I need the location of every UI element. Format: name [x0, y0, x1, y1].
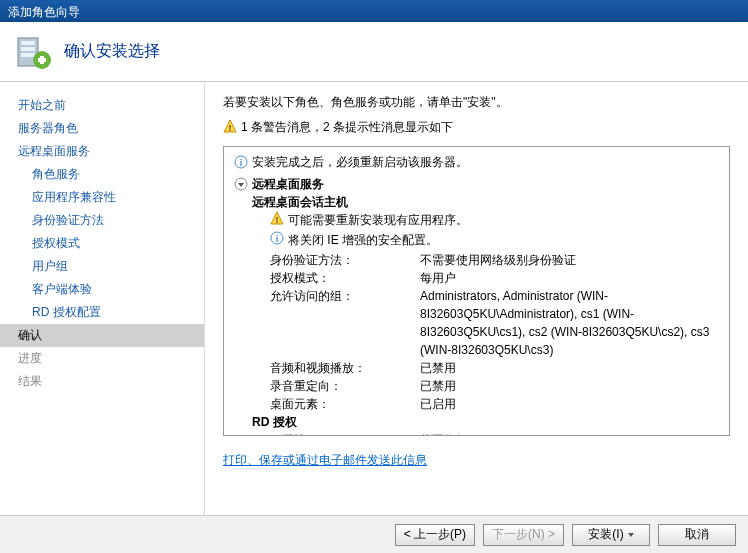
kv-auth-value: 不需要使用网络级别身份验证	[420, 251, 719, 269]
sidebar-item-8[interactable]: 客户端体验	[0, 278, 204, 301]
warning-icon: !	[223, 119, 237, 133]
kv-license-value: 每用户	[420, 269, 719, 287]
section-rds: 远程桌面服务	[252, 175, 324, 193]
main-content: 若要安装以下角色、角色服务或功能，请单击"安装"。 ! 1 条警告消息，2 条提…	[205, 82, 748, 515]
window-title: 添加角色向导	[8, 5, 80, 19]
kv-auth-label: 身份验证方法：	[270, 251, 420, 269]
instruction-text: 若要安装以下角色、角色服务或功能，请单击"安装"。	[223, 94, 730, 111]
install-button[interactable]: 安装(I)	[572, 524, 650, 546]
collapse-icon[interactable]	[234, 177, 248, 191]
kv-audio-label: 音频和视频播放：	[270, 359, 420, 377]
svg-text:i: i	[240, 158, 243, 168]
sub-warning-text: 可能需要重新安装现有应用程序。	[288, 211, 468, 229]
warning-icon: !	[270, 211, 284, 225]
kv-desktop-label: 桌面元素：	[270, 395, 420, 413]
footer: < 上一步(P) 下一步(N) > 安装(I) 取消	[0, 515, 748, 553]
sidebar-item-6[interactable]: 授权模式	[0, 232, 204, 255]
previous-button[interactable]: < 上一步(P)	[395, 524, 475, 546]
sidebar-item-1[interactable]: 服务器角色	[0, 117, 204, 140]
svg-text:i: i	[276, 234, 279, 244]
svg-rect-3	[21, 53, 35, 57]
kv-groups-label: 允许访问的组：	[270, 287, 420, 359]
sidebar: 开始之前服务器角色远程桌面服务角色服务应用程序兼容性身份验证方法授权模式用户组客…	[0, 82, 205, 515]
sidebar-item-2[interactable]: 远程桌面服务	[0, 140, 204, 163]
sub-info-text: 将关闭 IE 增强的安全配置。	[288, 231, 438, 249]
kv-avail-value: 此工作组	[420, 431, 719, 436]
svg-rect-2	[21, 47, 35, 51]
restart-info: 安装完成之后，必须重新启动该服务器。	[252, 153, 468, 171]
kv-avail-label: 可用性：	[270, 431, 420, 436]
kv-groups-value: Administrators, Administrator (WIN-8I326…	[420, 287, 719, 359]
sidebar-item-11: 进度	[0, 347, 204, 370]
warning-summary: 1 条警告消息，2 条提示性消息显示如下	[241, 119, 453, 136]
rd-license-section: RD 授权	[234, 413, 719, 431]
svg-text:!: !	[276, 215, 279, 225]
kv-desktop-value: 已启用	[420, 395, 719, 413]
print-save-email-link[interactable]: 打印、保存或通过电子邮件发送此信息	[223, 452, 427, 469]
header: 确认安装选择	[0, 22, 748, 82]
info-icon: i	[234, 155, 248, 169]
next-button: 下一步(N) >	[483, 524, 564, 546]
svg-rect-6	[40, 56, 44, 64]
sidebar-item-9[interactable]: RD 授权配置	[0, 301, 204, 324]
cancel-button[interactable]: 取消	[658, 524, 736, 546]
sidebar-item-10[interactable]: 确认	[0, 324, 204, 347]
kv-record-value: 已禁用	[420, 377, 719, 395]
sidebar-item-7[interactable]: 用户组	[0, 255, 204, 278]
sidebar-item-0[interactable]: 开始之前	[0, 94, 204, 117]
confirmation-box: i 安装完成之后，必须重新启动该服务器。 远程桌面服务 远程桌面会话主机 ! 可…	[223, 146, 730, 436]
wizard-icon	[12, 32, 52, 72]
page-title: 确认安装选择	[64, 41, 160, 62]
info-icon: i	[270, 231, 284, 245]
sidebar-item-3[interactable]: 角色服务	[0, 163, 204, 186]
subsection-session-host: 远程桌面会话主机	[234, 193, 719, 211]
svg-text:!: !	[229, 123, 232, 133]
kv-record-label: 录音重定向：	[270, 377, 420, 395]
svg-rect-1	[21, 41, 35, 45]
sidebar-item-12: 结果	[0, 370, 204, 393]
kv-license-label: 授权模式：	[270, 269, 420, 287]
kv-audio-value: 已禁用	[420, 359, 719, 377]
sidebar-item-5[interactable]: 身份验证方法	[0, 209, 204, 232]
sidebar-item-4[interactable]: 应用程序兼容性	[0, 186, 204, 209]
window-titlebar: 添加角色向导	[0, 0, 748, 22]
